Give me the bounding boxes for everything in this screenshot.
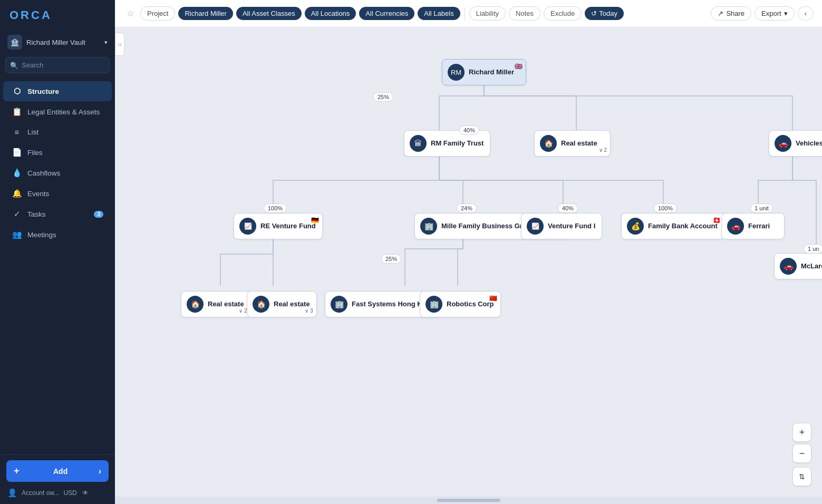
fund-icon: 📈 [239,218,256,235]
tasks-badge: 3 [94,211,103,218]
bottom-scrollbar[interactable] [115,497,822,504]
node-real-estate-left[interactable]: 🏠 Real estate ∨ 2 [181,291,251,317]
node-vehicles[interactable]: 🚗 Vehicles [769,130,822,157]
share-icon: ↗ [718,9,723,17]
person-icon: RM [448,64,465,81]
pct-badge-25-root: 25% [373,92,393,102]
sidebar: ORCA 🏦 Richard Miller Vault ▾ 🔍 ⬡ Struct… [0,0,115,504]
today-button[interactable]: ↺ Today [585,7,624,20]
refresh-icon: ↺ [591,9,597,17]
node-family-bank-account[interactable]: 💰 Family Bank Account 🇨🇭 [621,213,724,239]
node-robotics-corp[interactable]: 🏢 Robotics Corp 🇨🇳 [420,291,501,317]
node-rm-family-trust[interactable]: 🏛 RM Family Trust [404,130,490,157]
search-container: 🔍 [5,57,110,73]
tasks-icon: ✓ [12,209,22,219]
arrow-right-icon: › [99,467,101,476]
nav-back-button[interactable]: ‹ [798,6,814,21]
currencies-button[interactable]: All Currencies [359,7,414,20]
node-label: Venture Fund I [548,222,595,231]
pct-badge-100-bank: 100% [654,203,677,213]
sidebar-item-structure[interactable]: ⬡ Structure [3,81,112,101]
export-button[interactable]: Export ▾ [755,6,795,21]
sidebar-item-files[interactable]: 📄 Files [3,142,112,162]
sidebar-item-events[interactable]: 🔔 Events [3,183,112,203]
node-mclaren[interactable]: 🚗 McLaren [774,253,822,279]
collapse-sidebar-button[interactable]: ‹‹ [115,33,124,56]
node-label: McLaren [801,262,822,271]
zoom-out-button[interactable]: − [792,444,811,463]
app-logo: ORCA [0,0,115,31]
sidebar-item-list[interactable]: ≡ List [3,122,112,142]
search-input[interactable] [5,57,110,73]
structure-icon: ⬡ [12,86,22,96]
account-label: Account ow... [22,489,59,497]
node-label: Richard Miller [469,68,514,77]
pct-badge-1unit-ferrari: 1 unit [750,203,773,213]
share-button[interactable]: ↗ Share [711,6,751,21]
flag-cn: 🇨🇳 [489,295,497,302]
expand-badge: ∨ 2 [599,147,607,153]
car-icon: 🚗 [780,258,797,275]
account-row: 👤 Account ow... USD 👁 [6,487,109,499]
sidebar-item-label: Meetings [27,231,56,239]
zoom-in-button[interactable]: + [792,423,811,442]
trust-icon: 🏛 [410,135,427,152]
node-ferrari[interactable]: 🚗 Ferrari [721,213,785,239]
node-real-estate-top[interactable]: 🏠 Real estate ∨ 2 [534,130,611,157]
pct-badge-40-trust: 40% [459,125,479,135]
node-label: RE Venture Fund [260,222,316,231]
vault-selector[interactable]: 🏦 Richard Miller Vault ▾ [0,31,115,55]
toolbar: ☆ Project Richard Miller All Asset Class… [115,0,822,27]
exclude-button[interactable]: Exclude [544,6,582,21]
zoom-settings-button[interactable]: ⇅ [792,467,811,486]
expand-badge: ∨ 3 [305,308,313,314]
person-filter-button[interactable]: Richard Miller [178,7,233,20]
node-label: Vehicles [796,139,822,148]
sidebar-item-label: Cashflows [27,169,60,177]
project-button[interactable]: Project [140,6,175,21]
favorite-button[interactable]: ☆ [123,6,137,21]
org-chart-canvas[interactable]: ‹‹ [115,27,822,497]
bank-icon: 💰 [627,218,644,235]
add-button[interactable]: + Add › [6,460,109,482]
sidebar-item-legal-entities[interactable]: 📋 Legal Entities & Assets [3,102,112,122]
separator [465,7,465,20]
account-icon: 👤 [7,488,17,498]
chevron-down-icon: ▾ [104,39,108,46]
cashflows-icon: 💧 [12,168,22,178]
vault-name: Richard Miller Vault [26,38,85,46]
main-content: ☆ Project Richard Miller All Asset Class… [115,0,822,504]
locations-button[interactable]: All Locations [305,7,356,20]
pct-badge-1un-mclaren: 1 un [804,244,822,254]
sidebar-item-meetings[interactable]: 👥 Meetings [3,225,112,245]
currency-label: USD [63,489,76,497]
labels-button[interactable]: All Labels [418,7,460,20]
pct-badge-100-re: 100% [264,203,287,213]
node-label: Family Bank Account [648,222,718,231]
today-label: Today [599,9,617,17]
node-richard-miller[interactable]: RM Richard Miller 🇬🇧 [442,59,526,85]
vault-icon: 🏦 [7,35,22,50]
node-label: RM Family Trust [431,139,483,148]
connector-lines [115,27,822,497]
sidebar-item-label: Events [27,190,49,198]
node-venture-fund-i[interactable]: 📈 Venture Fund I [521,213,602,239]
flag-de: 🇩🇪 [311,217,319,224]
node-label: Real estate [208,300,244,309]
asset-classes-button[interactable]: All Asset Classes [236,7,302,20]
sidebar-item-label: Files [27,149,43,157]
realestate-icon: 🏠 [253,296,269,313]
pct-badge-24-mille: 24% [457,203,477,213]
flag-gb: 🇬🇧 [515,63,523,70]
vehicles-icon: 🚗 [775,135,791,152]
node-real-estate-mid[interactable]: 🏠 Real estate ∨ 3 [247,291,317,317]
biz-icon: 🏢 [425,296,442,313]
legal-entities-icon: 📋 [12,107,22,117]
scroll-thumb[interactable] [437,499,500,502]
notes-button[interactable]: Notes [509,6,540,21]
sidebar-item-tasks[interactable]: ✓ Tasks 3 [3,204,112,224]
sidebar-item-cashflows[interactable]: 💧 Cashflows [3,163,112,183]
realestate-icon: 🏠 [187,296,204,313]
liability-button[interactable]: Liability [469,6,506,21]
node-re-venture-fund[interactable]: 📈 RE Venture Fund 🇩🇪 [234,213,323,239]
